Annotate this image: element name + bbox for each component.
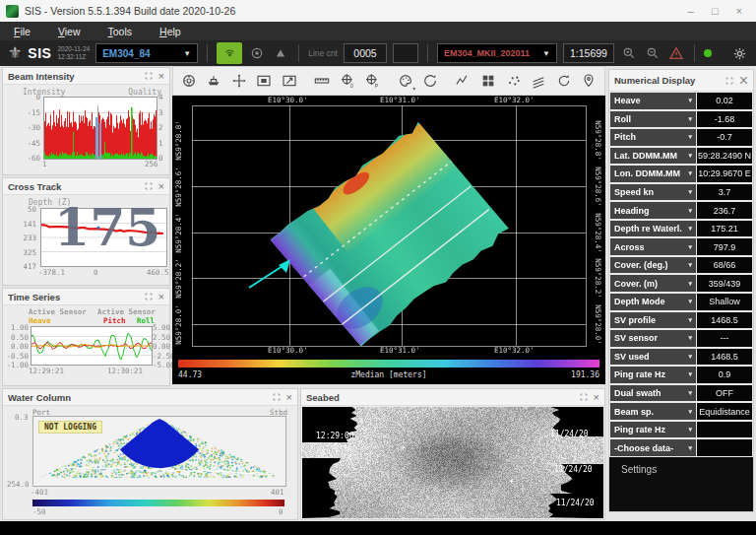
- metric-select[interactable]: Cover. (m)▾: [609, 274, 696, 293]
- close-icon[interactable]: ×: [594, 392, 599, 403]
- metric-value: 59:28.2490 N: [696, 147, 753, 166]
- chevron-down-icon: ▾: [688, 97, 692, 104]
- settings-button[interactable]: Settings: [609, 458, 753, 480]
- expand-icon[interactable]: [273, 393, 281, 401]
- color-palette-button[interactable]: ▾: [394, 69, 417, 93]
- metric-select[interactable]: SV used▾: [609, 348, 696, 367]
- close-button[interactable]: ×: [736, 5, 742, 17]
- bathymetry-map[interactable]: [172, 96, 605, 354]
- fit-extent-icon: [282, 73, 297, 89]
- menu-item-view[interactable]: View: [44, 22, 94, 40]
- metric-select[interactable]: Pitch▾: [609, 128, 696, 147]
- metric-select[interactable]: Lat. DDMM.MM▾: [609, 147, 696, 166]
- expand-icon[interactable]: [145, 182, 153, 190]
- metric-select[interactable]: SV sensor▾: [609, 329, 696, 348]
- map-colorbar: [178, 360, 599, 368]
- chevron-down-icon: ▾: [688, 316, 692, 324]
- table-row: Ping rate Hz▾: [609, 421, 753, 439]
- scale-value[interactable]: 1:15699: [563, 43, 614, 63]
- chevron-down-icon: ▾: [688, 261, 692, 269]
- y-axis-tick: N59°28.8': [594, 120, 602, 161]
- chevron-down-icon: ▾: [688, 280, 692, 288]
- axis-tick: 325: [13, 248, 36, 257]
- close-icon[interactable]: ×: [158, 292, 164, 302]
- metric-select[interactable]: SV profile▾: [609, 311, 696, 330]
- table-row: Heading▾236.7: [609, 201, 753, 220]
- settings-gear-icon[interactable]: [730, 44, 748, 62]
- menu-item-help[interactable]: Help: [146, 22, 195, 40]
- metric-select[interactable]: Roll▾: [609, 110, 696, 129]
- close-icon[interactable]: ×: [158, 181, 164, 192]
- zoom-in-icon[interactable]: [620, 44, 638, 62]
- metric-select[interactable]: Depth re Waterl.▾: [609, 220, 696, 238]
- close-icon[interactable]: ×: [158, 71, 164, 82]
- pan-button[interactable]: [227, 69, 251, 93]
- y-axis-tick: N59°28.6': [174, 167, 183, 207]
- menu-item-file[interactable]: File: [0, 22, 44, 40]
- table-row: Depth re Waterl.▾175.21: [609, 220, 753, 238]
- sonar-settings-button[interactable]: [177, 69, 201, 93]
- expand-icon[interactable]: [580, 393, 588, 401]
- zoom-out-icon[interactable]: [644, 44, 662, 62]
- expand-icon[interactable]: [145, 72, 153, 80]
- line-count-extra[interactable]: [393, 43, 418, 63]
- table-row: SV profile▾1468.5: [609, 311, 753, 330]
- menu-item-tools[interactable]: Tools: [94, 22, 147, 40]
- geo-display-toolbar: 0P▾: [172, 66, 605, 96]
- refresh-button[interactable]: [552, 69, 576, 93]
- metric-select[interactable]: Across▾: [609, 237, 696, 256]
- metric-value: Equidistance: [696, 402, 753, 421]
- close-icon[interactable]: ×: [739, 72, 748, 90]
- metric-select[interactable]: Heave▾: [609, 92, 696, 110]
- panel-title: Water Column: [8, 392, 71, 403]
- point-cloud-button[interactable]: [502, 69, 526, 93]
- axis-tick: -45: [25, 139, 40, 148]
- metric-select[interactable]: Heading▾: [609, 201, 696, 220]
- center-position-button[interactable]: P: [361, 69, 385, 93]
- colorbar-min: 44.73: [178, 370, 202, 379]
- expand-icon[interactable]: [145, 293, 153, 301]
- drop-marker-button[interactable]: [577, 69, 600, 93]
- zoom-window-button[interactable]: [253, 69, 277, 93]
- expand-icon[interactable]: [725, 77, 733, 85]
- axis-tick: 50: [13, 205, 36, 214]
- alarm-warning-icon[interactable]: [667, 44, 685, 62]
- center-origin-button[interactable]: 0: [336, 69, 359, 93]
- line-count-value[interactable]: 0005: [344, 43, 387, 63]
- metric-value: 797.9: [696, 237, 753, 256]
- contours-button[interactable]: [527, 69, 550, 93]
- point-cloud-icon: [506, 73, 522, 89]
- survey-lines-button[interactable]: [452, 69, 475, 93]
- upload-line-button[interactable]: [272, 44, 289, 62]
- axis-tick: 254.0: [7, 480, 30, 489]
- fit-extent-button[interactable]: [278, 69, 301, 93]
- metric-select[interactable]: -Choose data-▾: [609, 438, 696, 457]
- metric-select[interactable]: Lon. DDMM.MM▾: [609, 165, 696, 183]
- chevron-down-icon: ▾: [412, 85, 415, 92]
- table-row: Depth Mode▾Shallow: [609, 293, 753, 311]
- metric-value: 175.21: [696, 220, 753, 238]
- minimize-button[interactable]: –: [688, 5, 694, 17]
- sounder-select[interactable]: EM304_84▼: [95, 43, 198, 63]
- metric-select[interactable]: Depth Mode▾: [609, 293, 696, 311]
- metric-select[interactable]: Ping rate Hz▾: [609, 366, 696, 384]
- vessel-button[interactable]: [203, 69, 226, 93]
- grid-cells-button[interactable]: [476, 69, 500, 93]
- metric-select[interactable]: Ping rate Hz▾: [609, 421, 696, 439]
- maximize-button[interactable]: □: [712, 5, 719, 17]
- record-button[interactable]: [248, 44, 266, 62]
- ruler-button[interactable]: [310, 69, 334, 93]
- metric-select[interactable]: Cover. (deg.)▾: [609, 256, 696, 275]
- x-axis-tick: E10°32.0': [494, 346, 535, 355]
- rotate-3d-button[interactable]: [418, 69, 442, 93]
- metric-value: 236.7: [696, 201, 753, 220]
- window-title: SIS - Version 5.5.1.394 Build date 2020-…: [25, 5, 235, 17]
- close-icon[interactable]: ×: [286, 392, 292, 403]
- metric-select[interactable]: Beam sp.▾: [609, 402, 696, 421]
- survey-select[interactable]: EM304_MKII_202011▼: [437, 43, 557, 63]
- metric-select[interactable]: Speed kn▾: [609, 183, 696, 202]
- metric-value: [696, 438, 753, 457]
- metric-select[interactable]: Dual swath▾: [609, 384, 696, 403]
- pinging-toggle-button[interactable]: [217, 42, 242, 64]
- chevron-down-icon: ▾: [688, 334, 692, 342]
